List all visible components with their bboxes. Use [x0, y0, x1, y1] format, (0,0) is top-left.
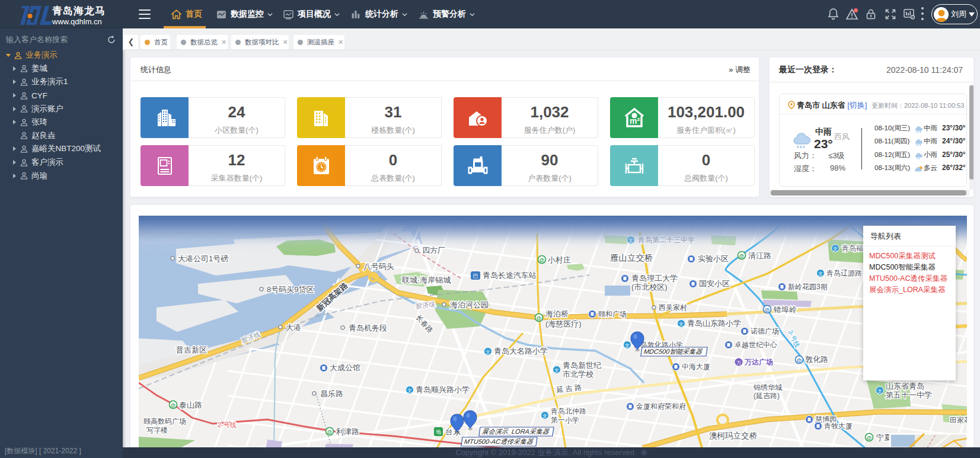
svg-text:颐和广场: 颐和广场 [598, 310, 627, 318]
svg-text:(延吉路): (延吉路) [754, 392, 780, 400]
svg-text:@: @ [171, 402, 176, 408]
svg-text:雁山立交桥: 雁山立交桥 [610, 253, 653, 262]
svg-text:青岛机务段: 青岛机务段 [349, 324, 387, 332]
svg-text:万达广场: 万达广场 [744, 358, 773, 366]
svg-text:八号码头: 八号码头 [363, 262, 394, 271]
svg-text:(市北校区): (市北校区) [631, 283, 668, 292]
svg-text:田家花: 田家花 [950, 416, 967, 424]
svg-text:文: 文 [625, 343, 630, 348]
svg-text:展会演示_LORA采集器: 展会演示_LORA采集器 [481, 428, 550, 435]
svg-text:文: 文 [554, 368, 559, 373]
svg-text:MDC500智能采集器: MDC500智能采集器 [643, 348, 703, 355]
svg-text:海泊桥: 海泊桥 [545, 309, 569, 318]
svg-text:第一小学: 第一小学 [551, 416, 579, 424]
svg-text:小村庄: 小村庄 [547, 255, 571, 264]
svg-text:文: 文 [407, 388, 412, 393]
svg-text:8号码头9贷区: 8号码头9贷区 [267, 285, 314, 294]
svg-text:国安小区: 国安小区 [699, 279, 730, 288]
svg-text:文: 文 [679, 322, 684, 327]
svg-text:市北学校: 市北学校 [563, 370, 593, 379]
svg-text:中海大厦: 中海大厦 [682, 363, 710, 371]
svg-text:新岭花园3期: 新岭花园3期 [788, 283, 828, 291]
svg-text:(海慈医疗): (海慈医疗) [545, 319, 582, 328]
svg-text:文: 文 [486, 350, 490, 355]
svg-text:山东省青岛: 山东省青岛 [886, 382, 924, 390]
svg-text:MTU500-AC透传采集器: MTU500-AC透传采集器 [464, 438, 534, 446]
svg-text:昌乐路: 昌乐路 [320, 389, 343, 398]
svg-text:金厦和府荣和府: 金厦和府荣和府 [636, 402, 686, 411]
svg-text:文: 文 [818, 271, 823, 277]
svg-text:青岛顺兴路小学: 青岛顺兴路小学 [416, 385, 470, 394]
svg-text:青岛长途汽车站: 青岛长途汽车站 [483, 271, 537, 280]
svg-text:写字楼: 写字楼 [146, 426, 168, 434]
svg-text:大成公馆: 大成公馆 [330, 363, 360, 372]
svg-text:卓越世纪中心: 卓越世纪中心 [735, 341, 777, 349]
svg-text:m²: m² [630, 116, 640, 126]
svg-text:泰山路: 泰山路 [179, 401, 202, 409]
svg-text:澳柯玛立交桥: 澳柯玛立交桥 [709, 431, 758, 440]
svg-text:巴: 巴 [473, 273, 478, 279]
svg-text:普吉新区: 普吉新区 [176, 345, 207, 354]
svg-text:锦绣华城: 锦绣华城 [753, 383, 782, 392]
svg-text:青牧大厦: 青牧大厦 [824, 422, 853, 430]
svg-text:西吴家村: 西吴家村 [659, 303, 687, 312]
svg-text:联城·海岸锦城: 联城·海岸锦城 [401, 276, 451, 284]
svg-text:青岛山东路小学: 青岛山东路小学 [687, 319, 741, 328]
svg-text:利津路: 利津路 [336, 427, 359, 436]
svg-text:青岛新世纪: 青岛新世纪 [563, 361, 602, 370]
svg-text:@: @ [867, 435, 872, 441]
svg-text:错埠岭: 错埠岭 [773, 305, 797, 314]
svg-text:文: 文 [542, 414, 547, 419]
svg-text:文: 文 [877, 389, 882, 394]
svg-text:地: 地 [435, 429, 441, 435]
svg-text:青岛理工大学: 青岛理工大学 [631, 274, 678, 283]
svg-text:@: @ [327, 429, 333, 435]
svg-text:大港公司1号磅: 大港公司1号磅 [178, 254, 228, 263]
svg-text:大港: 大港 [286, 323, 301, 332]
svg-text:@: @ [765, 307, 770, 313]
svg-text:@: @ [540, 257, 545, 263]
svg-text:敦化路: 敦化路 [805, 355, 828, 364]
svg-text:诺德广场: 诺德广场 [751, 327, 779, 335]
svg-text:青岛大名路小学: 青岛大名路小学 [494, 347, 548, 355]
svg-text:青岛北仲路: 青岛北仲路 [551, 407, 586, 415]
svg-text:海泊河公园: 海泊河公园 [450, 300, 489, 309]
svg-text:实验小区: 实验小区 [698, 254, 729, 263]
svg-text:@: @ [797, 357, 802, 363]
svg-text:青岛辽源路: 青岛辽源路 [826, 269, 862, 277]
svg-text:2-号线: 2-号线 [218, 421, 237, 428]
svg-text:第五十一中学: 第五十一中学 [886, 390, 932, 399]
svg-text:颐高数码广场: 颐高数码广场 [143, 417, 186, 425]
svg-text:@: @ [537, 315, 542, 321]
svg-text:万: 万 [736, 360, 741, 366]
